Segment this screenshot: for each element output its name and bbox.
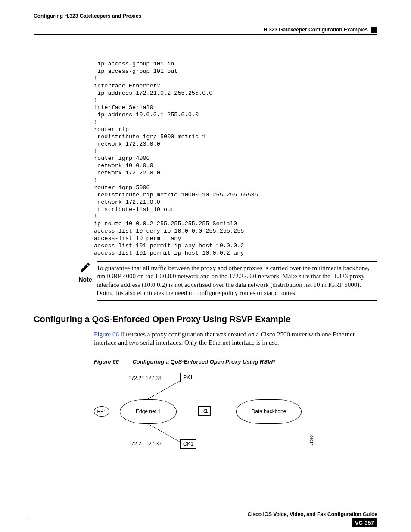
svg-line-1: [146, 423, 181, 442]
page-number: VC-357: [352, 518, 377, 527]
edge-net-label: Edge net 1: [136, 408, 161, 414]
svg-line-0: [146, 380, 181, 400]
edge-net-cloud: Edge net 1: [120, 399, 177, 424]
chapter-header-left: Configuring H.323 Gatekeepers and Proxie…: [34, 13, 377, 19]
note-label: Note: [77, 276, 94, 283]
note-pencil-icon: [79, 261, 91, 275]
r1-box: R1: [198, 406, 211, 416]
header-rule: [34, 34, 377, 35]
crop-mark-icon: [26, 510, 31, 519]
figure-title: Configuring a QoS-Enforced Open Proxy Us…: [132, 358, 275, 365]
backbone-label: Data backbone: [252, 408, 286, 414]
header-square-icon: [371, 27, 377, 33]
figure-number: Figure 66: [94, 358, 119, 365]
section-heading: Configuring a QoS-Enforced Open Proxy Us…: [34, 314, 377, 324]
section-header-right: H.323 Gatekeeper Configuration Examples: [264, 27, 368, 33]
figure-id-number: 11393: [309, 435, 314, 446]
config-code-block: ip access-group 101 in ip access-group 1…: [94, 61, 377, 257]
connector: [146, 423, 184, 442]
note-bottom-rule: [97, 300, 377, 301]
figure-link[interactable]: Figure 66: [94, 331, 119, 338]
connector: [176, 411, 198, 411]
footer-title: Cisco IOS Voice, Video, and Fax Configur…: [34, 511, 377, 517]
intro-paragraph: Figure 66 illustrates a proxy configurat…: [94, 330, 377, 347]
connector: [146, 380, 184, 400]
figure-caption: Figure 66 Configuring a QoS-Enforced Ope…: [94, 358, 377, 365]
connector: [109, 411, 120, 411]
backbone-cloud: Data backbone: [236, 399, 302, 424]
intro-paragraph-rest: illustrates a proxy configuration that w…: [94, 331, 355, 346]
note-text: To guarantee that all traffic between th…: [97, 261, 377, 298]
page-footer: Cisco IOS Voice, Video, and Fax Configur…: [34, 510, 377, 517]
footer-rule: [34, 510, 377, 510]
figure-diagram: EP1 Edge net 1 R1 Data backbone PX1 172.…: [94, 373, 335, 454]
ep1-node: EP1: [94, 406, 109, 417]
connector: [211, 411, 236, 411]
